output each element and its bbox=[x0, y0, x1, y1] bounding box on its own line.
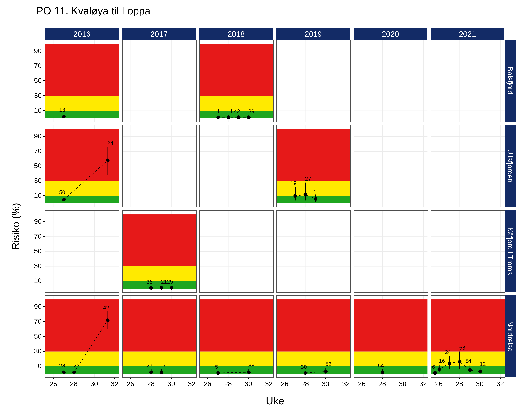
x-tick-label: 32 bbox=[342, 380, 350, 388]
svg-point-286 bbox=[304, 371, 307, 375]
svg-rect-10 bbox=[46, 96, 119, 111]
y-tick-label: 50 bbox=[29, 333, 42, 340]
svg-point-325 bbox=[448, 362, 451, 365]
x-tick-label: 30 bbox=[168, 380, 175, 388]
svg-point-235 bbox=[106, 318, 110, 322]
x-tick-label: 32 bbox=[265, 380, 273, 388]
facet-col-strip: 2016 bbox=[45, 28, 119, 40]
x-tick-label: 28 bbox=[70, 380, 77, 388]
facet-panel bbox=[200, 125, 274, 207]
y-tick-mark bbox=[43, 95, 45, 96]
facet-col-strip: 2017 bbox=[122, 28, 196, 40]
svg-rect-302 bbox=[354, 299, 427, 351]
svg-rect-170 bbox=[123, 214, 196, 266]
x-tick-label: 32 bbox=[188, 380, 196, 388]
svg-text:27: 27 bbox=[147, 362, 153, 368]
x-tick-label: 26 bbox=[281, 380, 288, 388]
facet-panel bbox=[122, 125, 196, 207]
svg-text:24: 24 bbox=[107, 140, 114, 146]
y-tick-label: 50 bbox=[29, 162, 42, 170]
svg-text:7: 7 bbox=[313, 187, 315, 194]
facet-col-strip: 2020 bbox=[353, 28, 427, 40]
facet-row-strip: Balsfjord bbox=[504, 40, 516, 121]
svg-text:52: 52 bbox=[325, 361, 332, 367]
x-tick-label: 32 bbox=[111, 380, 118, 388]
facet-row-strip: Ullsfjorden bbox=[504, 125, 516, 207]
svg-text:12: 12 bbox=[480, 361, 486, 367]
x-axis-label: Uke bbox=[266, 395, 284, 407]
x-tick-label: 26 bbox=[204, 380, 211, 388]
svg-point-172 bbox=[150, 286, 153, 290]
svg-text:54: 54 bbox=[465, 358, 471, 364]
svg-rect-246 bbox=[123, 366, 196, 374]
svg-text:14: 14 bbox=[213, 108, 219, 114]
svg-rect-283 bbox=[277, 352, 350, 366]
svg-rect-11 bbox=[46, 44, 119, 96]
svg-rect-282 bbox=[277, 366, 350, 374]
chart-title: PO 11. Kvaløya til Loppa bbox=[36, 5, 150, 17]
svg-rect-84 bbox=[46, 196, 119, 203]
facet-panel bbox=[431, 210, 505, 293]
y-tick-label: 10 bbox=[29, 362, 42, 370]
svg-point-13 bbox=[62, 115, 66, 118]
facet-col-strip: 2018 bbox=[200, 28, 273, 40]
x-tick-label: 32 bbox=[419, 380, 427, 388]
y-tick-label: 30 bbox=[29, 347, 42, 355]
y-tick-mark bbox=[43, 366, 45, 366]
svg-rect-169 bbox=[123, 266, 196, 281]
y-tick-label: 50 bbox=[29, 77, 42, 84]
svg-text:19: 19 bbox=[291, 180, 297, 186]
svg-rect-226 bbox=[46, 352, 119, 366]
facet-panel: 54 bbox=[353, 295, 428, 378]
y-tick-mark bbox=[43, 336, 45, 337]
svg-point-250 bbox=[150, 371, 153, 374]
y-tick-mark bbox=[43, 236, 45, 237]
x-tick-label: 30 bbox=[90, 380, 98, 388]
facet-panel bbox=[431, 40, 505, 122]
svg-text:42: 42 bbox=[234, 108, 240, 114]
y-tick-label: 70 bbox=[29, 318, 42, 325]
svg-rect-9 bbox=[46, 111, 119, 118]
svg-text:16: 16 bbox=[439, 358, 445, 364]
svg-rect-168 bbox=[123, 281, 196, 289]
y-tick-mark bbox=[43, 80, 45, 81]
svg-rect-225 bbox=[46, 366, 119, 374]
svg-point-46 bbox=[247, 116, 250, 119]
x-tick-label: 28 bbox=[147, 380, 155, 388]
svg-rect-301 bbox=[354, 352, 427, 366]
svg-point-91 bbox=[106, 159, 110, 162]
svg-rect-120 bbox=[277, 196, 350, 203]
y-tick-label: 90 bbox=[29, 47, 42, 55]
y-tick-mark bbox=[43, 195, 45, 196]
y-tick-label: 30 bbox=[29, 262, 42, 270]
facet-panel bbox=[353, 40, 428, 122]
facet-panel bbox=[353, 210, 428, 293]
facet-panel: 1444239 bbox=[200, 40, 274, 122]
svg-text:21: 21 bbox=[161, 279, 167, 285]
svg-rect-35 bbox=[200, 44, 273, 96]
svg-point-331 bbox=[468, 368, 472, 372]
y-tick-mark bbox=[43, 306, 45, 307]
svg-point-127 bbox=[304, 193, 307, 196]
svg-text:50: 50 bbox=[59, 189, 65, 195]
svg-rect-85 bbox=[46, 181, 119, 196]
facet-col-strip: 2021 bbox=[431, 28, 504, 40]
facet-row-strip: Nordreisa bbox=[504, 295, 516, 377]
svg-text:13: 13 bbox=[59, 107, 65, 113]
svg-point-175 bbox=[160, 286, 163, 290]
y-tick-label: 50 bbox=[29, 247, 42, 255]
svg-text:5: 5 bbox=[215, 364, 218, 370]
y-tick-label: 30 bbox=[29, 177, 42, 185]
svg-rect-317 bbox=[431, 299, 504, 351]
svg-text:42: 42 bbox=[103, 304, 109, 311]
x-tick-label: 30 bbox=[399, 380, 406, 388]
svg-point-268 bbox=[216, 371, 220, 375]
svg-point-253 bbox=[160, 371, 163, 374]
chart-stage: PO 11. Kvaløya til Loppa Risiko (%) Uke … bbox=[0, 0, 532, 411]
svg-point-322 bbox=[437, 367, 441, 371]
svg-point-43 bbox=[237, 116, 240, 119]
svg-point-328 bbox=[458, 360, 461, 364]
facet-panel: 538 bbox=[200, 295, 274, 378]
svg-rect-266 bbox=[200, 299, 273, 351]
y-tick-label: 70 bbox=[29, 147, 42, 155]
